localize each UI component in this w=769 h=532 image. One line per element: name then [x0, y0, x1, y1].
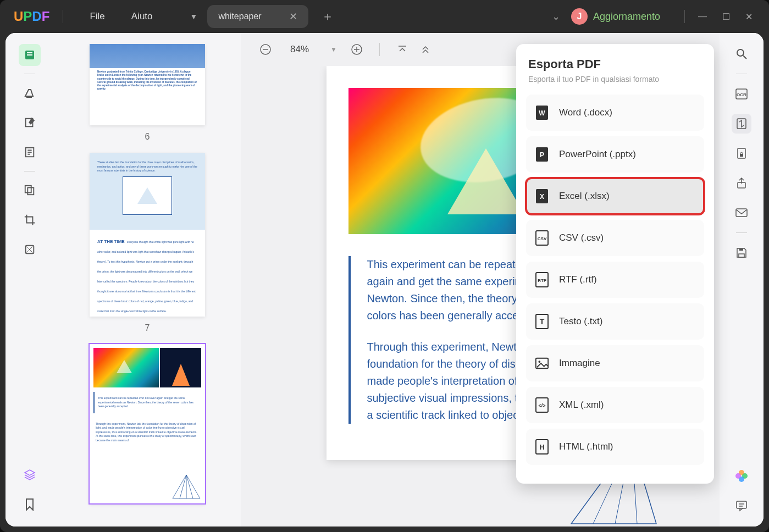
svg-rect-3 — [26, 96, 32, 98]
zoom-level: 84% — [290, 44, 309, 55]
zoom-dropdown[interactable]: ▼ — [325, 41, 342, 58]
thumb-images — [93, 348, 201, 387]
thumb-number: 7 — [145, 323, 150, 333]
organize-tool[interactable] — [19, 179, 41, 201]
powerpoint-icon: P — [535, 146, 549, 163]
scroll-up-button[interactable] — [417, 41, 434, 58]
export-text[interactable]: T Testo (.txt) — [526, 303, 704, 340]
protect-button[interactable] — [732, 143, 751, 163]
export-csv[interactable]: CSV CSV (.csv) — [526, 220, 704, 256]
export-rtf[interactable]: RTF RTF (.rtf) — [526, 262, 704, 298]
redact-tool[interactable] — [19, 239, 41, 261]
diagram-icon — [123, 176, 172, 215]
close-button[interactable]: ✕ — [745, 12, 753, 22]
crop-tool[interactable] — [19, 209, 41, 231]
word-icon: W — [535, 104, 549, 121]
thumb-text: This experiment can be repeated over and… — [93, 392, 201, 413]
titlebar: UPDF File Aiuto ▼ whitepaper ✕ ＋ ⌄ J Agg… — [0, 0, 769, 33]
svg-text:H: H — [540, 444, 545, 451]
zoom-out-button[interactable] — [257, 41, 274, 58]
separator — [736, 232, 747, 233]
svg-rect-31 — [739, 248, 743, 251]
export-excel[interactable]: X Excel (.xlsx) — [526, 178, 704, 214]
ai-button[interactable] — [732, 466, 751, 486]
separator — [379, 43, 380, 56]
svg-text:CSV: CSV — [538, 236, 547, 241]
text-icon: T — [535, 313, 549, 330]
svg-point-21 — [737, 49, 744, 56]
minimize-button[interactable]: — — [698, 12, 707, 22]
svg-rect-27 — [740, 154, 743, 157]
separator — [684, 10, 685, 23]
thumbnail-page-6[interactable]: Newton graduated from Trinity College, C… — [90, 44, 205, 125]
svg-point-52 — [539, 361, 541, 363]
highlight-tool[interactable] — [19, 82, 41, 104]
minus-circle-icon — [259, 43, 272, 56]
thumb-number: 6 — [145, 132, 150, 142]
menu-file[interactable]: File — [90, 11, 104, 22]
bookmark-icon — [24, 498, 35, 511]
svg-text:X: X — [540, 193, 544, 201]
svg-text:RTF: RTF — [538, 278, 546, 283]
layers-tool[interactable] — [19, 464, 41, 486]
svg-text:OCR: OCR — [737, 92, 746, 97]
ocr-icon: OCR — [735, 88, 748, 100]
thumb-text: Through this experiment, Newton laid the… — [93, 418, 201, 447]
text-tool[interactable] — [19, 141, 41, 163]
highlighter-icon — [23, 86, 36, 99]
export-label: PowerPoint (.pptx) — [559, 149, 636, 160]
thumbnails-tool[interactable] — [19, 44, 41, 66]
layers-icon — [23, 468, 36, 481]
scroll-top-button[interactable] — [394, 41, 411, 58]
plus-circle-icon — [351, 43, 363, 56]
html-icon: H — [535, 439, 549, 455]
app-logo: UPDF — [14, 9, 49, 24]
crop-icon — [24, 214, 36, 226]
user-area[interactable]: J Aggiornamento — [571, 8, 660, 25]
tab-close-icon[interactable]: ✕ — [289, 10, 297, 23]
comment-icon — [735, 500, 748, 512]
convert-icon — [735, 117, 748, 130]
export-label: Testo (.txt) — [559, 316, 602, 327]
export-label: RTF (.rtf) — [559, 274, 597, 285]
svg-text:P: P — [540, 151, 544, 159]
book-icon — [23, 48, 36, 62]
annotate-tool[interactable] — [19, 112, 41, 134]
menu-help[interactable]: Aiuto — [131, 11, 153, 22]
export-label: XML (.xml) — [559, 400, 604, 411]
comment-button[interactable] — [732, 496, 751, 516]
chevron-down-icon[interactable]: ⌄ — [552, 10, 560, 23]
export-word[interactable]: W Word (.docx) — [526, 95, 704, 131]
email-button[interactable] — [732, 203, 751, 223]
thumb-text: Newton graduated from Trinity College, C… — [97, 70, 197, 91]
export-html[interactable]: H HTML (.html) — [526, 429, 704, 465]
pages-icon — [24, 184, 36, 196]
export-image[interactable]: Immagine — [526, 345, 704, 381]
thumbnail-page-8[interactable]: This experiment can be repeated over and… — [90, 344, 205, 503]
export-button[interactable] — [732, 114, 751, 134]
share-button[interactable] — [732, 173, 751, 193]
thumbnail-page-7[interactable]: These studies laid the foundation for th… — [90, 153, 205, 317]
svg-text:W: W — [539, 109, 545, 117]
mail-icon — [735, 208, 748, 218]
maximize-button[interactable]: ☐ — [722, 12, 730, 22]
svg-text:</>: </> — [538, 403, 545, 408]
export-powerpoint[interactable]: P PowerPoint (.pptx) — [526, 136, 704, 173]
export-xml[interactable]: </> XML (.xml) — [526, 387, 704, 423]
lock-page-icon — [736, 147, 747, 160]
bookmark-tool[interactable] — [19, 494, 41, 516]
body-area: Newton graduated from Trinity College, C… — [5, 33, 764, 527]
svg-line-22 — [743, 56, 746, 59]
add-tab-button[interactable]: ＋ — [322, 8, 334, 25]
save-button[interactable] — [732, 243, 751, 263]
ocr-button[interactable]: OCR — [732, 84, 751, 104]
document-tab[interactable]: whitepaper ✕ — [207, 5, 308, 28]
pyramid-graphic — [170, 474, 203, 501]
export-label: HTML (.html) — [559, 441, 613, 452]
search-button[interactable] — [732, 44, 751, 64]
window-controls: — ☐ ✕ — [698, 12, 753, 22]
svg-rect-1 — [27, 52, 32, 53]
tab-dropdown-icon[interactable]: ▼ — [190, 12, 198, 21]
zoom-in-button[interactable] — [348, 41, 365, 58]
svg-rect-30 — [739, 254, 744, 257]
